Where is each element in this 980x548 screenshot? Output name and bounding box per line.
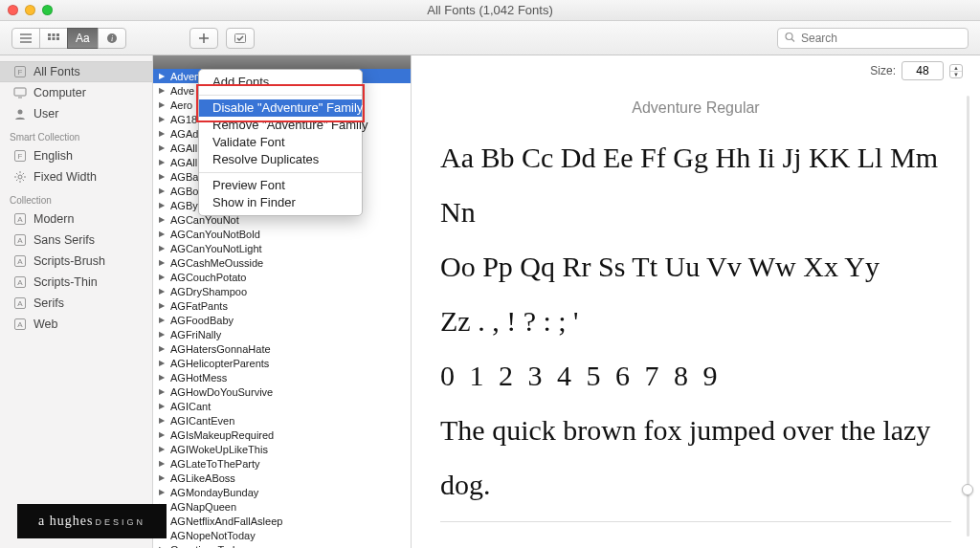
A-icon: A — [13, 212, 27, 226]
window-titlebar: All Fonts (1,042 Fonts) — [0, 0, 980, 21]
font-name: AGFriNally — [170, 329, 221, 340]
font-name: AGNetflixAndFallAsleep — [170, 515, 282, 527]
font-row[interactable]: ▶AGNopeNotToday — [153, 528, 411, 542]
slider-thumb[interactable] — [962, 484, 973, 495]
disclosure-icon: ▶ — [159, 430, 165, 439]
add-button[interactable] — [189, 28, 218, 49]
svg-point-12 — [18, 175, 22, 179]
font-row[interactable]: ▶AGICant — [153, 399, 411, 413]
A-icon: A — [13, 296, 27, 310]
font-row[interactable]: ▶AGMondayBunday — [153, 485, 411, 499]
sidebar-item-user[interactable]: User — [0, 103, 152, 124]
disclosure-icon: ▶ — [159, 100, 165, 109]
menu-item-validate-font[interactable]: Validate Font — [199, 134, 362, 151]
sidebar-item-web[interactable]: AWeb — [0, 314, 152, 335]
font-row[interactable]: ▶AGNetflixAndFallAsleep — [153, 514, 411, 528]
font-row[interactable]: ▶AGICantEven — [153, 413, 411, 427]
font-row[interactable]: ▶AGFatPants — [153, 298, 411, 313]
menu-item-remove-adventure-family[interactable]: Remove "Adventure" Family — [199, 117, 362, 134]
sidebar-item-label: Computer — [33, 86, 86, 99]
sidebar-item-label: English — [33, 149, 73, 163]
font-row[interactable]: ▶AGCanYouNotBold — [153, 227, 411, 241]
disclosure-icon: ▶ — [159, 445, 165, 453]
font-row[interactable]: ▶AGHotMess — [153, 370, 411, 384]
font-row[interactable]: ▶AGFoodBaby — [153, 313, 411, 327]
font-name: AGNapQueen — [170, 501, 236, 513]
font-name: Adve — [170, 85, 194, 97]
font-name: AGIsMakeupRequired — [170, 429, 274, 441]
font-name: AGCanYouNotLight — [170, 243, 262, 254]
sidebar-item-scripts-thin[interactable]: AScripts-Thin — [0, 272, 152, 293]
menu-item-show-in-finder[interactable]: Show in Finder — [199, 194, 362, 211]
sample-alpha-1: Aa Bb Cc Dd Ee Ff Gg Hh Ii Jj KK Ll Mm N… — [440, 130, 951, 239]
disclosure-icon: ▶ — [159, 373, 165, 382]
font-name: AGHotMess — [170, 372, 227, 384]
view-sample-button[interactable]: Aa — [67, 28, 99, 49]
user-icon — [13, 107, 27, 121]
font-row[interactable]: ▶AGLateToTheParty — [153, 456, 411, 471]
list-icon — [20, 33, 32, 43]
font-row[interactable]: ▶AGCanYouNotLight — [153, 241, 411, 255]
disclosure-icon: ▶ — [159, 143, 165, 152]
font-name: AGAll — [170, 142, 197, 154]
font-row[interactable]: ▶AGDryShampoo — [153, 284, 411, 298]
plus-icon — [199, 33, 209, 43]
menu-item-resolve-duplicates[interactable]: Resolve Duplicates — [199, 151, 362, 168]
menu-item-disable-adventure-family[interactable]: Disable "Adventure" Family — [199, 99, 362, 117]
menu-separator — [199, 95, 362, 96]
sidebar-item-all-fonts[interactable]: FAll Fonts — [0, 61, 152, 82]
view-info-button[interactable]: i — [98, 28, 126, 49]
font-row[interactable]: ▶AGHatersGonnaHate — [153, 341, 411, 356]
validate-button[interactable] — [226, 28, 255, 49]
font-row[interactable]: ▶AGCashMeOusside — [153, 255, 411, 270]
font-row[interactable]: ▶QuestionsToday — [153, 542, 411, 548]
checkmark-icon — [234, 33, 246, 43]
font-name: AGCashMeOusside — [170, 257, 263, 269]
font-name: AGFoodBaby — [170, 315, 234, 326]
disclosure-icon: ▶ — [159, 201, 165, 209]
font-row[interactable]: ▶AGIsMakeupRequired — [153, 427, 411, 442]
search-input[interactable] — [777, 28, 969, 49]
font-row[interactable]: ▶AGHowDoYouSurvive — [153, 384, 411, 399]
sidebar-item-fixed-width[interactable]: Fixed Width — [0, 166, 152, 187]
disclosure-icon: ▶ — [159, 186, 165, 195]
sample-digits: 0 1 2 3 4 5 6 7 8 9 — [440, 348, 951, 403]
svg-rect-5 — [56, 37, 59, 40]
sidebar-item-scripts-brush[interactable]: AScripts-Brush — [0, 251, 152, 272]
font-row[interactable]: ▶AGLikeABoss — [153, 471, 411, 485]
size-stepper[interactable]: ▲ ▼ — [949, 64, 963, 78]
preview-pane: Size: ▲ ▼ Adventure Regular Aa Bb Cc Dd … — [412, 55, 980, 548]
disclosure-icon: ▶ — [159, 301, 165, 310]
view-grid-button[interactable] — [39, 28, 68, 49]
sidebar-section-smart: Smart Collection — [0, 124, 152, 145]
size-slider[interactable] — [961, 96, 974, 537]
disclosure-icon: ▶ — [159, 244, 165, 252]
sidebar-item-sans-serifs[interactable]: ASans Serifs — [0, 230, 152, 251]
font-name: AGLateToTheParty — [170, 458, 260, 470]
font-list-header — [153, 55, 411, 69]
disclosure-icon: ▶ — [159, 473, 165, 482]
font-row[interactable]: ▶AGFriNally — [153, 327, 411, 341]
disclosure-icon: ▶ — [159, 402, 165, 410]
svg-point-11 — [18, 110, 23, 115]
font-name: AGAd — [170, 128, 198, 140]
sidebar-item-serifs[interactable]: ASerifs — [0, 293, 152, 314]
sidebar-item-computer[interactable]: Computer — [0, 82, 152, 103]
menu-item-preview-font[interactable]: Preview Font — [199, 177, 362, 194]
font-row[interactable]: ▶AGCouchPotato — [153, 270, 411, 284]
svg-rect-3 — [48, 37, 51, 40]
sidebar-item-label: Modern — [33, 212, 74, 226]
view-list-button[interactable] — [11, 28, 40, 49]
font-row[interactable]: ▶AGIWokeUpLikeThis — [153, 442, 411, 456]
disclosure-icon: ▶ — [159, 215, 165, 224]
size-input[interactable] — [902, 61, 944, 80]
sidebar-item-english[interactable]: FEnglish — [0, 145, 152, 166]
font-row[interactable]: ▶AGNapQueen — [153, 499, 411, 514]
sidebar-item-modern[interactable]: AModern — [0, 208, 152, 230]
font-row[interactable]: ▶AGHelicopterParents — [153, 356, 411, 370]
A-icon: A — [13, 233, 27, 247]
disclosure-icon: ▶ — [159, 387, 165, 396]
size-label: Size: — [870, 64, 896, 77]
window-title: All Fonts (1,042 Fonts) — [0, 3, 980, 17]
menu-item-add-fonts[interactable]: Add Fonts... — [199, 74, 362, 91]
